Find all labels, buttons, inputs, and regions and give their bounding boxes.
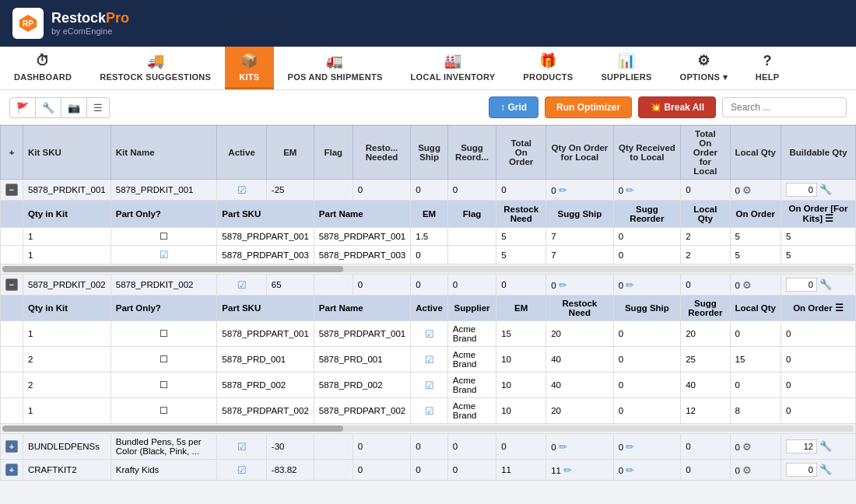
wrench-button[interactable]: 🔧	[35, 97, 61, 118]
breakall-button[interactable]: 💥 Break All	[638, 96, 716, 118]
extra2-gear[interactable]: ⚙	[742, 464, 752, 476]
nav-help[interactable]: ? HELP	[742, 47, 794, 89]
logo-accent: Pro	[106, 10, 129, 26]
k2p3-partonly[interactable]: ☐	[111, 373, 217, 398]
kit2-collapse[interactable]: −	[1, 275, 23, 296]
kit1-buildable-input[interactable]	[786, 183, 817, 197]
k2p1-partonly[interactable]: ☐	[111, 321, 217, 347]
kit2-part4: 1 ☐ 5878_PRDPART_002 5878_PRDPART_002 ☑ …	[1, 398, 856, 424]
extra1-edit2[interactable]: ✏	[626, 441, 634, 453]
k2p4-sugg-reorder: 12	[681, 398, 730, 424]
extra2-edit2[interactable]: ✏	[626, 464, 634, 476]
restock-icon: 🚚	[147, 52, 164, 69]
extra2-wrench[interactable]: 🔧	[819, 464, 832, 475]
kit1-active[interactable]: ☑	[217, 180, 267, 201]
k2p1-sugg-ship: 0	[613, 321, 681, 347]
nav-options[interactable]: ⚙ OPTIONS ▾	[666, 47, 742, 89]
kit2-gear-icon[interactable]: ⚙	[742, 279, 752, 291]
extra2-buildable-input[interactable]	[786, 463, 817, 477]
k2p2-partonly[interactable]: ☐	[111, 347, 217, 373]
nav-options-label: OPTIONS ▾	[680, 72, 728, 82]
kit1-row: − 5878_PRDKIT_001 5878_PRDKIT_001 ☑ -25 …	[1, 180, 856, 201]
k2p4-partonly[interactable]: ☐	[111, 398, 217, 424]
kit1-wrench[interactable]: 🔧	[819, 184, 832, 195]
k1p1-flag	[447, 228, 496, 246]
kit1-collapse[interactable]: −	[1, 180, 23, 201]
kit2-edit-icon1[interactable]: ✏	[559, 279, 567, 291]
nav-kits[interactable]: 📦 KITS	[225, 47, 273, 89]
nav-products-label: PRODUCTS	[523, 72, 573, 82]
sh2-qty: Qty in Kit	[23, 296, 111, 321]
kit1-edit-icon2[interactable]: ✏	[626, 184, 634, 196]
k2p1-active[interactable]: ☑	[411, 321, 448, 347]
sh2-em: EM	[496, 296, 546, 321]
k2p2-active[interactable]: ☑	[411, 347, 448, 373]
k2p1-name: 5878_PRDPART_001	[314, 321, 410, 347]
sh2-empty	[1, 296, 23, 321]
collapse-btn2[interactable]: −	[5, 278, 18, 291]
flag-button[interactable]: 🚩	[9, 97, 35, 118]
extra1-gear[interactable]: ⚙	[742, 441, 752, 453]
kit2-part2: 2 ☐ 5878_PRD_001 5878_PRD_001 ☑ Acme Bra…	[1, 347, 856, 373]
k2p4-sugg-ship: 0	[613, 398, 681, 424]
sh2-sugg-ship: Sugg Ship	[613, 296, 681, 321]
kit1-buildable: 🔧	[781, 180, 855, 201]
nav-kits-label: KITS	[239, 72, 259, 82]
k2p1-onorder: 0	[781, 321, 855, 347]
extra2-add[interactable]: +	[1, 460, 23, 481]
k2p2-sugg-ship: 0	[613, 347, 681, 373]
kit2-buildable-input[interactable]	[786, 278, 817, 292]
nav-restock[interactable]: 🚚 RESTOCK SUGGESTIONS	[86, 47, 225, 89]
nav-local[interactable]: 🏭 LOCAL INVENTORY	[397, 47, 510, 89]
extra1-buildable-input[interactable]	[786, 439, 817, 453]
kit2-edit-icon2[interactable]: ✏	[626, 279, 634, 291]
main-header-row: + Kit SKU Kit Name Active EM Flag Resto.…	[1, 126, 856, 180]
k2p2-check: ☐	[160, 355, 168, 364]
nav-products[interactable]: 🎁 PRODUCTS	[509, 47, 587, 89]
k2p3-active[interactable]: ☑	[411, 373, 448, 398]
k1p1-sugg-reorder: 0	[613, 228, 681, 246]
extra2-name: Krafty Kids	[111, 460, 217, 481]
grid-button[interactable]: ↕ Grid	[489, 96, 539, 118]
extra2-c1: 0	[353, 460, 410, 481]
kit1-edit-icon1[interactable]: ✏	[559, 184, 567, 196]
nav-pos[interactable]: 🚛 POS AND SHIPMENTS	[274, 47, 397, 89]
sh2-partname: Part Name	[314, 296, 410, 321]
nav-suppliers[interactable]: 📊 SUPPLIERS	[587, 47, 665, 89]
kit2-buildable: 🔧	[781, 275, 855, 296]
kit1-gear-icon[interactable]: ⚙	[742, 184, 752, 196]
k2p3-local: 0	[730, 373, 781, 398]
k1p1-em: 1.5	[411, 228, 448, 246]
plus-btn-1[interactable]: +	[5, 440, 18, 453]
sh2-local: Local Qty	[730, 296, 781, 321]
extra1-add[interactable]: +	[1, 434, 23, 460]
k2p3-sugg-ship: 0	[613, 373, 681, 398]
sh2-partonly: Part Only?	[111, 296, 217, 321]
extra1-edit1[interactable]: ✏	[559, 441, 567, 453]
extra2-active[interactable]: ☑	[217, 460, 267, 481]
kit2-qty-order-local: 0 ✏	[546, 275, 613, 296]
extra2-em: -83.82	[266, 460, 314, 481]
extra1-wrench[interactable]: 🔧	[819, 440, 832, 452]
kit1-sku: 5878_PRDKIT_001	[23, 180, 111, 201]
h-scrollbar-1[interactable]	[2, 266, 854, 272]
camera-button[interactable]: 📷	[61, 97, 86, 118]
optimizer-button[interactable]: Run Optimizer	[545, 96, 632, 118]
sh1-sugg-ship: Sugg Ship	[546, 201, 613, 228]
th-total-on-order-local: TotalOnOrderforLocal	[681, 126, 730, 180]
collapse-btn[interactable]: −	[5, 184, 18, 196]
k1p1-partonly[interactable]: ☐	[111, 228, 217, 246]
kit2-wrench[interactable]: 🔧	[819, 278, 832, 290]
nav-help-label: HELP	[756, 72, 780, 82]
plus-btn-2[interactable]: +	[5, 464, 18, 476]
menu-button[interactable]: ☰	[86, 97, 110, 118]
extra1-active[interactable]: ☑	[217, 434, 267, 460]
kit2-active[interactable]: ☑	[217, 275, 267, 296]
h-scrollbar-2[interactable]	[2, 425, 854, 432]
k2p4-active[interactable]: ☑	[411, 398, 448, 424]
nav-dashboard[interactable]: ⏱ DASHBOARD	[0, 47, 86, 89]
k1p2-partonly[interactable]: ☑	[111, 246, 217, 264]
extra2-edit1[interactable]: ✏	[563, 464, 572, 476]
k2p4-empty	[1, 398, 23, 424]
search-input[interactable]	[722, 97, 847, 117]
